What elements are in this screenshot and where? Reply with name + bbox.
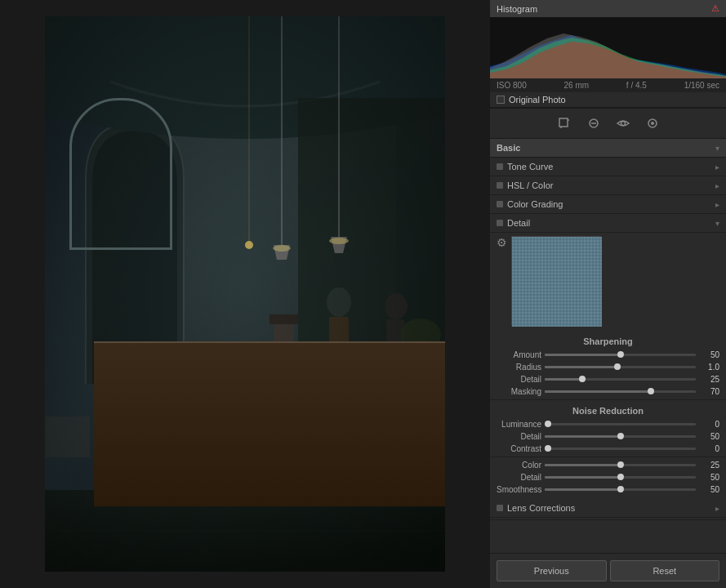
sharpening-amount-value: 50 (699, 350, 719, 359)
nr-contrast-row: Contrast 0 (490, 443, 726, 455)
sharpening-detail-row: Detail 25 (490, 373, 726, 385)
panel-row-hsl[interactable]: HSL / Color ▸ (490, 176, 726, 195)
aperture: f / 4.5 (626, 81, 647, 90)
histogram-canvas (490, 17, 726, 78)
basic-chevron-icon: ▾ (715, 144, 719, 153)
shutter-speed: 1/160 sec (684, 81, 719, 90)
nr-contrast-slider[interactable] (545, 448, 696, 450)
noise-reduction-title: Noise Reduction (490, 402, 726, 418)
detail-settings-icon[interactable]: ⚙ (497, 236, 507, 326)
heal-tool-icon[interactable] (586, 115, 602, 131)
detail-chevron-icon: ▾ (715, 219, 719, 228)
photo-container (45, 16, 445, 572)
right-panel: Histogram ⚠ ISO 800 26 mm f / 4.5 1/160 … (490, 0, 726, 588)
histogram-header: Histogram ⚠ (490, 0, 726, 17)
nr-color-detail-slider[interactable] (545, 476, 696, 479)
tone-curve-label: Tone Curve (507, 162, 553, 172)
svg-rect-8 (192, 380, 298, 416)
reset-button[interactable]: Reset (610, 560, 720, 581)
svg-point-44 (651, 122, 654, 125)
nr-contrast-label: Contrast (497, 444, 541, 453)
nr-detail-slider[interactable] (545, 435, 696, 438)
svg-rect-35 (45, 16, 445, 572)
sliders-section: Sharpening Amount 50 Radius 1.0 (490, 329, 726, 499)
svg-rect-4 (139, 355, 445, 372)
crop-tool-icon[interactable] (556, 115, 572, 131)
focal-length: 26 mm (563, 81, 589, 90)
nr-luminance-row: Luminance 0 (490, 418, 726, 430)
nr-color-detail-row: Detail 50 (490, 471, 726, 483)
nr-smoothness-slider[interactable] (545, 488, 696, 491)
nr-detail-label: Detail (497, 432, 541, 441)
svg-point-42 (621, 122, 625, 126)
sharpening-detail-value: 25 (699, 375, 719, 384)
detail-label: Detail (507, 218, 530, 228)
sharpening-detail-slider[interactable] (545, 378, 696, 381)
sharpening-radius-value: 1.0 (699, 363, 719, 372)
nr-color-detail-value: 50 (699, 473, 719, 482)
preset-tool-icon[interactable] (644, 115, 661, 131)
sharpening-masking-slider[interactable] (545, 390, 696, 393)
nr-color-detail-label: Detail (497, 473, 541, 482)
tool-bar (490, 109, 726, 139)
nr-color-slider[interactable] (545, 464, 696, 466)
warning-icon: ⚠ (711, 3, 719, 14)
sharpening-amount-row: Amount 50 (490, 349, 726, 361)
nr-color-value: 25 (699, 461, 719, 470)
svg-rect-27 (131, 416, 155, 445)
nr-luminance-label: Luminance (497, 420, 541, 429)
photo-image (45, 16, 445, 572)
panel-row-lens-corrections[interactable]: Lens Corrections ▸ (490, 499, 726, 518)
sharpening-detail-label: Detail (497, 375, 541, 384)
basic-section-title: Basic (497, 143, 520, 153)
lens-corrections-chevron-icon: ▸ (715, 504, 719, 513)
svg-rect-9 (196, 382, 294, 413)
sharpening-masking-label: Masking (497, 387, 541, 396)
histogram-chart (490, 17, 726, 78)
tone-curve-chevron-icon: ▸ (715, 163, 719, 172)
nr-color-label: Color (497, 461, 541, 470)
basic-section-header[interactable]: Basic ▾ (490, 139, 726, 158)
sharpening-radius-slider[interactable] (545, 366, 696, 368)
nr-luminance-value: 0 (699, 420, 719, 429)
nr-detail-value: 50 (699, 432, 719, 441)
panels-list: Basic ▾ Tone Curve ▸ HSL / Color ▸ Color… (490, 139, 726, 553)
panel-row-detail[interactable]: Detail ▾ (490, 214, 726, 233)
hsl-dot-icon (497, 182, 503, 189)
bottom-nav: Previous Reset (490, 553, 726, 588)
eye-tool-icon[interactable] (615, 115, 631, 131)
panel-row-tone-curve[interactable]: Tone Curve ▸ (490, 158, 726, 176)
tone-curve-dot-icon (497, 163, 503, 170)
histogram-section: Histogram ⚠ ISO 800 26 mm f / 4.5 1/160 … (490, 0, 726, 109)
sharpening-amount-slider[interactable] (545, 354, 696, 356)
nr-detail-row: Detail 50 (490, 430, 726, 443)
histogram-meta: ISO 800 26 mm f / 4.5 1/160 sec (490, 78, 726, 92)
original-photo-label: Original Photo (509, 95, 566, 105)
nr-smoothness-label: Smoothness (497, 485, 541, 494)
sharpening-masking-value: 70 (699, 387, 719, 396)
original-photo-checkbox[interactable] (497, 96, 505, 104)
sharpening-title: Sharpening (490, 332, 726, 349)
previous-button[interactable]: Previous (497, 560, 607, 581)
photo-area (0, 0, 490, 588)
svg-rect-10 (196, 388, 294, 392)
iso-value: ISO 800 (497, 81, 527, 90)
nr-luminance-slider[interactable] (545, 423, 696, 425)
bottom-divider (490, 519, 726, 520)
svg-rect-25 (123, 408, 130, 457)
svg-rect-5 (147, 376, 212, 425)
sharpening-radius-row: Radius 1.0 (490, 361, 726, 373)
hsl-label: HSL / Color (507, 180, 553, 190)
panel-row-color-grading[interactable]: Color Grading ▸ (490, 195, 726, 214)
sharpening-radius-label: Radius (497, 363, 541, 372)
hsl-chevron-icon: ▸ (715, 181, 719, 190)
color-grading-label: Color Grading (507, 199, 563, 209)
detail-preview-image (511, 236, 601, 326)
lens-corrections-dot-icon (497, 505, 503, 511)
detail-dot-icon (497, 220, 503, 226)
nr-smoothness-row: Smoothness 50 (490, 483, 726, 496)
svg-rect-7 (294, 376, 359, 425)
nr-smoothness-value: 50 (699, 485, 719, 494)
original-photo-bar[interactable]: Original Photo (490, 92, 726, 108)
color-grading-dot-icon (497, 201, 503, 207)
